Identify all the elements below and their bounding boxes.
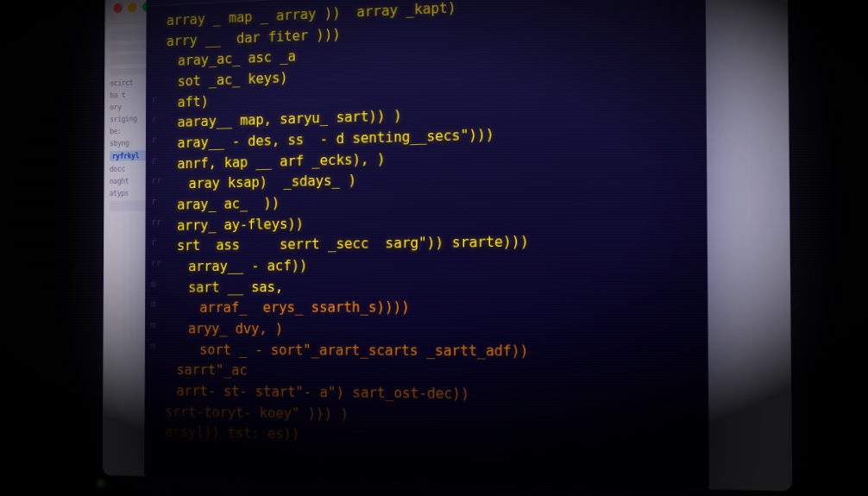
line-text: ersyl)) tst: es)) (165, 422, 299, 445)
code-line: msart __ sas, (151, 273, 703, 298)
line-prefix (152, 10, 167, 31)
line-text: arraf_ erys_ ssarth_s)))) (166, 297, 410, 318)
line-text: srt ass serrt _secc sarg")) srarte))) (166, 231, 529, 256)
line-prefix (150, 360, 165, 380)
code-area[interactable]: array _ map _ array )) array _kapt)arry … (145, 0, 708, 461)
line-prefix: r (151, 154, 166, 174)
line-prefix (150, 401, 165, 422)
line-prefix: rr (151, 174, 166, 195)
line-prefix: r (151, 195, 166, 216)
line-text: sort _ - sort"_arart_scarts _sartt_adf)) (165, 339, 528, 361)
line-prefix: m (151, 277, 166, 298)
screen-stage: Pray By coll fon the - core - stay ocirc… (102, 0, 868, 496)
line-text: array__ - acf)) (166, 255, 308, 278)
code-line: maryy_ dvy, ) (150, 318, 703, 341)
line-prefix (152, 31, 167, 52)
minimize-icon[interactable] (128, 3, 136, 12)
line-prefix: m (150, 339, 165, 360)
line-prefix: r (152, 92, 167, 113)
code-line: msort _ - sort"_arart_scarts _sartt_adf)… (150, 339, 703, 362)
line-prefix: m (151, 298, 166, 318)
line-prefix (152, 52, 167, 72)
line-prefix: rr (151, 216, 166, 236)
close-icon[interactable] (114, 3, 123, 13)
line-prefix: r (151, 133, 166, 154)
line-text: aray_ ac_ )) (166, 192, 280, 215)
line-text: srrt-toryt- koey" ))) ) (165, 401, 349, 424)
line-prefix: r (151, 235, 166, 256)
line-text: sarrt"_ac (165, 360, 247, 381)
line-prefix (150, 380, 165, 401)
line-text: sart __ sas, (166, 276, 284, 298)
line-prefix (152, 72, 167, 92)
terminal-window: Please visulile images code scrupt × × a… (145, 0, 708, 489)
line-text: aft) (166, 91, 208, 112)
line-text: aray ksap) _sdays_ ) (166, 170, 356, 195)
line-prefix: m (150, 318, 165, 339)
code-line: marraf_ erys_ ssarth_s)))) (151, 296, 703, 318)
line-prefix (150, 422, 165, 443)
line-prefix: r (152, 113, 167, 134)
line-text: arry_ ay-fleys)) (166, 213, 304, 235)
line-text: aryy_ dvy, ) (165, 318, 283, 339)
line-text: sot _ac_ keys) (167, 67, 288, 92)
window-controls[interactable] (114, 2, 152, 13)
line-prefix: rr (151, 256, 166, 277)
